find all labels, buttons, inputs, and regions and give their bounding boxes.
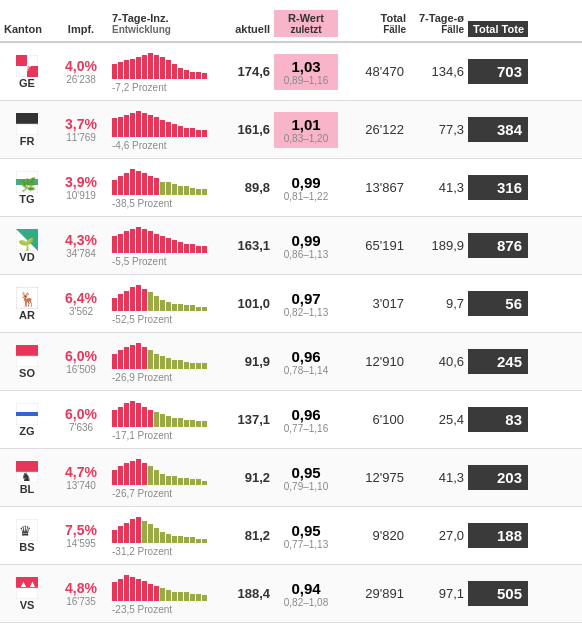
bar — [112, 530, 117, 543]
bar — [112, 354, 117, 369]
bar — [154, 354, 159, 369]
bar — [160, 532, 165, 543]
cell-rwert: 0,99 0,86–1,13 — [274, 228, 338, 264]
covid-table: Kanton Impf. 7-Tage-Inz. Entwicklung akt… — [0, 0, 582, 623]
table-row: ZG 6,0% 7'636 -17,1 Prozent 137,1 0,96 0… — [0, 391, 582, 449]
cell-7tage: -7,2 Prozent — [108, 47, 226, 97]
bar — [166, 302, 171, 311]
bar — [196, 539, 201, 543]
cell-impf: 7,5% 14'595 — [54, 518, 108, 553]
header-7tage-sub: Entwicklung — [112, 24, 222, 35]
bar — [136, 343, 141, 369]
cell-totaltote: 505 — [468, 581, 528, 606]
cell-aktuell: 81,2 — [226, 524, 274, 547]
bar — [160, 588, 165, 601]
bar — [160, 474, 165, 485]
header-totalfaelle: Total Fälle — [338, 10, 410, 37]
bar — [202, 421, 207, 427]
bar — [124, 463, 129, 485]
cell-7tage: -52,5 Prozent — [108, 279, 226, 329]
svg-rect-15 — [16, 356, 38, 367]
cell-rwert: 0,95 0,79–1,10 — [274, 460, 338, 496]
cell-totaltote: 703 — [468, 59, 528, 84]
bar — [184, 70, 189, 79]
bar — [196, 130, 201, 137]
bar — [196, 363, 201, 369]
cell-7tage-faelle: 97,1 — [410, 582, 468, 605]
kanton-code: BL — [20, 483, 35, 495]
bar — [124, 60, 129, 79]
table-row: 🌱 VD 4,3% 34'784 -5,5 Prozent 163,1 0,99… — [0, 217, 582, 275]
cell-impf: 4,7% 13'740 — [54, 460, 108, 495]
bar — [130, 345, 135, 369]
cell-7tage-faelle: 27,0 — [410, 524, 468, 547]
bar — [166, 534, 171, 543]
svg-rect-17 — [16, 412, 38, 416]
table-row: 🦌 AR 6,4% 3'562 -52,5 Prozent 101,0 0,97… — [0, 275, 582, 333]
trend-pct: -26,7 Prozent — [112, 488, 222, 499]
bar — [184, 420, 189, 427]
impf-num: 13'740 — [58, 480, 104, 491]
bar — [184, 305, 189, 311]
cell-7tage-faelle: 25,4 — [410, 408, 468, 431]
rwert-value: 1,01 — [278, 116, 334, 133]
header-7tage: 7-Tage-Inz. Entwicklung — [108, 10, 226, 37]
trend-pct: -7,2 Prozent — [112, 82, 222, 93]
bar — [178, 360, 183, 369]
bar — [166, 416, 171, 427]
bar — [202, 130, 207, 137]
impf-num: 34'784 — [58, 248, 104, 259]
bar — [154, 55, 159, 79]
cell-aktuell: 188,4 — [226, 582, 274, 605]
bar — [118, 176, 123, 195]
bar — [124, 403, 129, 427]
bar — [196, 72, 201, 79]
kanton-flag: 🌿 — [16, 171, 38, 193]
cell-impf: 3,7% 11'769 — [54, 112, 108, 147]
bar — [136, 517, 141, 543]
bar — [172, 64, 177, 79]
bar — [154, 117, 159, 137]
bar — [178, 242, 183, 253]
bar — [130, 287, 135, 311]
bar — [148, 466, 153, 485]
bar — [190, 479, 195, 485]
rwert-value: 0,95 — [278, 522, 334, 539]
kanton-flag: ⚜ — [16, 55, 38, 77]
cell-aktuell: 174,6 — [226, 60, 274, 83]
bar — [118, 294, 123, 311]
bar — [172, 184, 177, 195]
bar — [160, 356, 165, 369]
bar — [136, 403, 141, 427]
bar — [112, 410, 117, 427]
rwert-value: 0,97 — [278, 290, 334, 307]
cell-7tage: -38,5 Prozent — [108, 163, 226, 213]
cell-kanton: 🌿 TG — [0, 167, 54, 209]
header-totaltote: Total Tote — [468, 21, 528, 37]
kanton-code: VS — [20, 599, 35, 611]
bar — [184, 186, 189, 195]
kanton-code: AR — [19, 309, 35, 321]
impf-num: 7'636 — [58, 422, 104, 433]
bar — [202, 73, 207, 79]
bar — [136, 57, 141, 79]
cell-7tage-faelle: 40,6 — [410, 350, 468, 373]
bars-container — [112, 457, 222, 485]
kanton-flag: ♛ — [16, 519, 38, 541]
bar — [142, 289, 147, 311]
svg-text:🌿: 🌿 — [20, 176, 37, 193]
rwert-range: 0,82–1,08 — [278, 597, 334, 608]
bar — [178, 418, 183, 427]
kanton-code: VD — [19, 251, 34, 263]
bar — [112, 298, 117, 311]
cell-7tage: -17,1 Prozent — [108, 395, 226, 445]
bar — [166, 60, 171, 79]
bar — [142, 463, 147, 485]
trend-pct: -52,5 Prozent — [112, 314, 222, 325]
kanton-flag: 🌱 — [16, 229, 38, 251]
rwert-range: 0,79–1,10 — [278, 481, 334, 492]
cell-7tage: -5,5 Prozent — [108, 221, 226, 271]
kanton-code: TG — [19, 193, 34, 205]
bar — [178, 478, 183, 485]
bar — [124, 575, 129, 601]
